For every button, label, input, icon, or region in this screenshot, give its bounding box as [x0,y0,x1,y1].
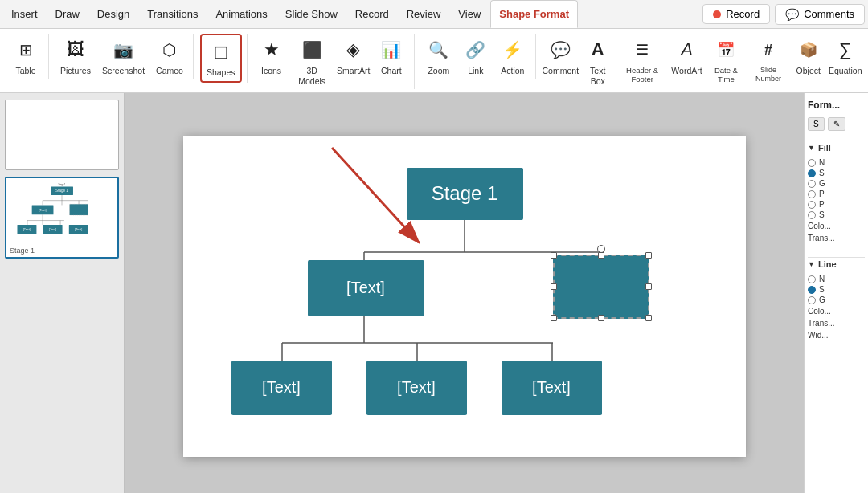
pictures-group: 🖼 Pictures 📷 Screenshot ⬡ Cameo [51,34,194,79]
format-shape-btn[interactable]: S [808,117,825,131]
table-group: ⊞ Table [3,34,49,79]
resize-handle-bl[interactable] [551,315,557,321]
comment-icon: 💬 [785,8,799,21]
zoom-icon: 🔍 [426,37,452,63]
slidenumber-icon: # [755,37,781,63]
tab-draw[interactable]: Draw [47,0,88,28]
table-button[interactable]: ⊞ Table [8,34,43,79]
svg-rect-9 [70,204,88,215]
tab-design[interactable]: Design [89,0,137,28]
textbox-button[interactable]: A Text Box [580,34,616,89]
tab-view[interactable]: View [450,0,489,28]
comment-toolbar-icon: 💬 [547,37,573,63]
resize-handle-mr[interactable] [645,283,652,290]
smartart-button[interactable]: ◈ SmartArt [335,34,372,79]
datetime-button[interactable]: 📅 Date & Time [706,34,747,88]
line-color-row[interactable]: Colo... [808,305,865,317]
fill-color-row[interactable]: Colo... [808,220,865,232]
right-panel: Form... S ✎ ▼ Fill N S [804,93,868,493]
svg-line-32 [332,148,419,242]
link-button[interactable]: 🔗 Link [458,34,493,79]
fill-section-content: N S G P P [808,154,865,247]
resize-handle-br[interactable] [645,315,652,321]
fill-pattern-radio[interactable]: P [808,199,865,210]
zoom-button[interactable]: 🔍 Zoom [421,34,457,79]
org-shape-botright[interactable]: [Text] [502,361,602,415]
line-gradient-radio[interactable]: G [808,295,865,305]
symbol-button[interactable]: Ω Symb... [865,34,868,79]
cameo-button[interactable]: ⬡ Cameo [151,34,188,79]
icons-icon: ★ [259,37,285,63]
screenshot-button[interactable]: 📷 Screenshot [97,34,149,79]
fill-slide-radio[interactable]: S [808,210,865,220]
headerfooter-button[interactable]: ☰ Header & Footer [617,34,668,88]
slide-thumb-inner-2: Stage 1 [Text] [8,180,116,246]
fill-picture-circle [808,190,816,198]
tab-transitions[interactable]: Transitions [139,0,206,28]
comments-button[interactable]: 💬 Comments [775,4,865,25]
slide-thumb-inner-1 [7,102,117,168]
smartart-icon: ◈ [341,37,366,63]
org-shape-stage1[interactable]: Stage 1 [407,168,523,220]
fill-solid-radio[interactable]: S [808,168,865,178]
org-shape-midleft[interactable]: [Text] [308,260,424,316]
resize-handle-ml[interactable] [551,283,557,290]
fill-picture-radio[interactable]: P [808,189,865,199]
fill-solid-circle [808,169,816,177]
org-shape-botmid[interactable]: [Text] [366,361,467,415]
3dmodels-icon: ⬛ [299,37,325,63]
svg-text:[Text]: [Text] [39,209,47,212]
line-trans-row[interactable]: Trans... [808,317,865,329]
fill-gradient-radio[interactable]: G [808,178,865,189]
fill-slide-circle [808,211,816,219]
resize-handle-tl[interactable] [551,252,557,259]
fill-chevron-icon: ▼ [808,144,815,152]
media-group: 🔍 Zoom 🔗 Link ⚡ Action [416,34,536,79]
fill-section-header[interactable]: ▼ Fill [808,141,865,154]
object-button[interactable]: 📦 Object [791,34,826,79]
line-no-radio[interactable]: N [808,274,865,284]
tab-shapeformat[interactable]: Shape Format [490,0,578,28]
fill-trans-row[interactable]: Trans... [808,232,865,244]
line-width-row[interactable]: Wid... [808,329,865,341]
org-shape-botleft[interactable]: [Text] [231,361,332,415]
chart-button[interactable]: 📊 Chart [374,34,409,79]
tab-review[interactable]: Review [399,0,449,28]
edit-shape-btn[interactable]: ✎ [828,117,845,131]
3dmodels-button[interactable]: ⬛ 3D Models [291,34,334,89]
svg-text:[Text]: [Text] [49,228,56,231]
wordart-button[interactable]: A WordArt [669,34,705,79]
resize-handle-tm[interactable] [598,252,604,259]
org-shape-midright[interactable] [553,255,649,319]
slide-thumb-2[interactable]: Stage 1 [Text] [5,177,119,259]
tab-animations[interactable]: Animations [207,0,275,28]
slidenumber-button[interactable]: # Slide Number [747,34,788,87]
pictures-button[interactable]: 🖼 Pictures [55,34,96,79]
slide-thumb-1[interactable] [5,100,119,170]
fill-no-radio[interactable]: N [808,157,865,168]
wordart-icon: A [674,37,700,63]
line-solid-radio[interactable]: S [808,284,865,295]
resize-handle-tr[interactable] [645,252,652,259]
line-section-header[interactable]: ▼ Line [808,257,865,271]
resize-handle-bm[interactable] [598,315,604,321]
tab-insert[interactable]: Insert [3,0,46,28]
icons-button[interactable]: ★ Icons [254,34,289,79]
link-icon: 🔗 [463,37,489,63]
tab-bar: Insert Draw Design Transitions Animation… [0,0,868,29]
tab-record[interactable]: Record [347,0,397,28]
slide-canvas[interactable]: Stage 1 [Text] [183,136,746,457]
tab-slideshow[interactable]: Slide Show [277,0,346,28]
text-group: 💬 Comment A Text Box ☰ Header & Footer A… [538,34,868,89]
canvas-area[interactable]: Stage 1 [Text] [125,93,804,493]
icons-group: ★ Icons ⬛ 3D Models ◈ SmartArt 📊 Chart [249,34,415,89]
equation-icon: ∑ [833,37,858,63]
action-button[interactable]: ⚡ Action [495,34,530,79]
slide-label-2: Stage 1 [8,246,116,255]
shapes-button[interactable]: ◻ Shapes [200,34,242,83]
object-icon: 📦 [796,37,821,63]
comment-button[interactable]: 💬 Comment [542,34,579,79]
toolbar: ⊞ Table 🖼 Pictures 📷 Screenshot ⬡ Cameo … [0,29,868,92]
equation-button[interactable]: ∑ Equation [828,34,863,79]
record-button[interactable]: Record [702,4,770,24]
